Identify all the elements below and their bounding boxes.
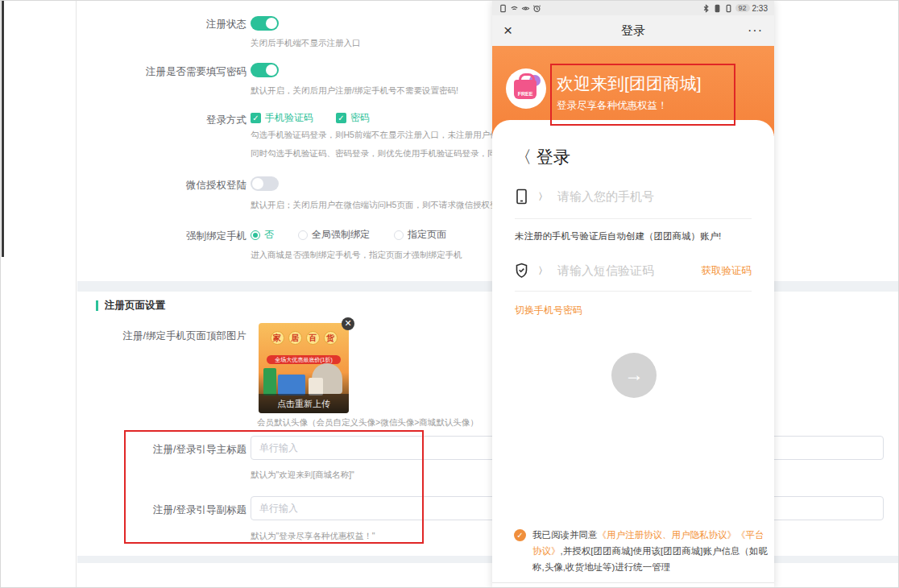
checkbox-check-icon: ✓ bbox=[336, 113, 346, 123]
alarm-icon bbox=[532, 4, 541, 13]
checkbox-password[interactable]: ✓ 密码 bbox=[336, 111, 370, 125]
agreement-check-icon[interactable]: ✓ bbox=[514, 529, 526, 541]
auto-create-note: 未注册的手机号验证后自动创建（团团商城）账户! bbox=[515, 230, 721, 242]
force-bind-tip: 进入商城是否强制绑定手机号，指定页面才强制绑定手机 bbox=[251, 250, 462, 261]
register-section-header: 注册页面设置 bbox=[96, 299, 165, 313]
banner-title: 欢迎来到[团团商城] bbox=[557, 72, 702, 95]
wechat-auth-tip: 默认开启；关闭后用户在微信端访问H5页面，则不请求微信授权登录，规则 bbox=[251, 200, 532, 211]
section-gap bbox=[77, 281, 899, 292]
page: 注册状态 关闭后手机端不显示注册入口 注册是否需要填写密码 默认开启，关闭后用户… bbox=[0, 0, 899, 588]
nav-title: 登录 bbox=[492, 23, 774, 39]
reupload-overlay[interactable]: 点击重新上传 bbox=[259, 394, 349, 413]
register-status-toggle[interactable] bbox=[251, 16, 279, 31]
smartphone-icon bbox=[515, 188, 528, 205]
sidebar bbox=[1, 1, 77, 588]
shop-avatar: FREE bbox=[506, 68, 546, 109]
switch-login-link[interactable]: 切换手机号密码 bbox=[515, 304, 582, 317]
wifi-icon bbox=[510, 4, 519, 13]
chevron-right-icon: 〉 bbox=[538, 190, 548, 204]
need-password-label: 注册是否需要填写密码 bbox=[81, 65, 246, 79]
chevron-right-icon: 〉 bbox=[538, 264, 548, 278]
sub-title-tip: 默认为"登录尽享各种优惠权益！" bbox=[251, 531, 375, 542]
login-heading: 〈 登录 bbox=[515, 146, 570, 168]
phone-mode-icon bbox=[724, 4, 733, 13]
main-title-label: 注册/登录引导主标题 bbox=[81, 443, 246, 457]
phone-preview: 92 2:33 登录 × ··· FREE 欢迎来到[团团商城] 登录尽享各种优… bbox=[492, 1, 774, 588]
shopping-bag-icon: FREE bbox=[514, 80, 536, 99]
divider bbox=[515, 291, 752, 292]
checkbox-check-icon: ✓ bbox=[251, 113, 261, 123]
register-status-label: 注册状态 bbox=[81, 18, 246, 31]
login-method-label: 登录方式 bbox=[81, 114, 246, 127]
sim-icon bbox=[499, 4, 508, 13]
phone-nav-bar: 登录 × ··· bbox=[492, 15, 774, 46]
promo-product-stack bbox=[278, 375, 305, 395]
phone-status-bar: 92 2:33 bbox=[492, 1, 774, 15]
section-gap-bottom bbox=[77, 556, 899, 563]
get-code-button[interactable]: 获取验证码 bbox=[702, 264, 752, 278]
phone-placeholder: 请输入您的手机号 bbox=[557, 189, 654, 205]
checkbox-sms-code[interactable]: ✓ 手机验证码 bbox=[251, 111, 313, 125]
battery-percent-badge: 92 bbox=[735, 4, 750, 12]
submit-arrow-button[interactable]: → bbox=[611, 353, 657, 398]
divider bbox=[492, 582, 774, 583]
wechat-auth-label: 微信授权登陆 bbox=[81, 179, 246, 193]
section-accent-bar bbox=[96, 300, 98, 311]
avatar-caption: 会员默认头像（会员自定义头像>微信头像>商城默认头像） bbox=[257, 417, 478, 429]
need-password-tip: 默认开启，关闭后用户注册/绑定手机号不需要设置密码! bbox=[251, 85, 458, 97]
sms-placeholder: 请输入短信验证码 bbox=[557, 263, 654, 279]
radio-specified-page[interactable]: 指定页面 bbox=[394, 228, 446, 242]
top-image-uploader[interactable]: 家 居 百 货 全场大优惠最底价(1折) 点击重新上传 ✕ bbox=[259, 323, 349, 413]
register-status-tip: 关闭后手机端不显示注册入口 bbox=[251, 38, 361, 49]
agreement-text: 我已阅读并同意《用户注册协议、用户隐私协议》《平台协议》,并授权[团团商城]使用… bbox=[532, 527, 771, 575]
promo-product-bottle bbox=[263, 368, 276, 395]
sidebar-scrollbar[interactable] bbox=[2, 1, 4, 257]
banner-subtitle: 登录尽享各种优惠权益！ bbox=[557, 99, 668, 113]
phone-number-field[interactable]: 〉 请输入您的手机号 bbox=[515, 184, 752, 209]
sms-code-field[interactable]: 〉 请输入短信验证码 获取验证码 bbox=[515, 259, 752, 283]
bluetooth-icon bbox=[702, 4, 710, 13]
status-time: 2:33 bbox=[752, 4, 768, 13]
shield-check-icon bbox=[515, 263, 528, 279]
force-bind-label: 强制绑定手机 bbox=[81, 230, 246, 243]
divider bbox=[515, 218, 752, 219]
radio-global-force[interactable]: 全局强制绑定 bbox=[298, 228, 370, 242]
sub-title-label: 注册/登录引导副标题 bbox=[81, 503, 246, 517]
main-title-tip: 默认为"欢迎来到[商城名称]" bbox=[251, 470, 354, 481]
remove-image-icon[interactable]: ✕ bbox=[342, 317, 354, 330]
battery-icon bbox=[713, 4, 722, 13]
top-image-label: 注册/绑定手机页面顶部图片 bbox=[81, 329, 246, 343]
wechat-auth-toggle[interactable] bbox=[251, 176, 279, 191]
radio-no[interactable]: 否 bbox=[251, 228, 274, 242]
need-password-toggle[interactable] bbox=[251, 63, 279, 77]
promo-badge-circles: 家 居 百 货 bbox=[259, 331, 349, 345]
uploaded-promo-image: 家 居 百 货 全场大优惠最底价(1折) 点击重新上传 bbox=[259, 323, 349, 413]
login-card: 〈 登录 〉 请输入您的手机号 未注册的手机号验证后自动创建（团团商城）账户! … bbox=[492, 120, 774, 588]
eye-icon bbox=[521, 4, 530, 13]
promo-product-box bbox=[309, 378, 323, 395]
